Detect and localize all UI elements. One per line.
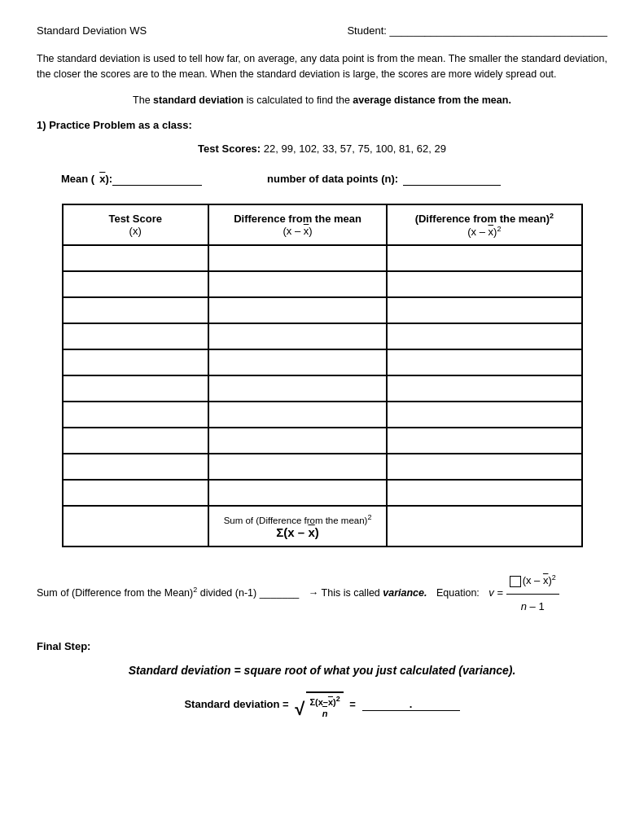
table-row <box>63 349 582 375</box>
student-line: Student: _______________________________… <box>347 24 607 37</box>
problem-heading: 1) Practice Problem as a class: <box>37 119 607 131</box>
x-bar-symbol: x <box>99 173 105 185</box>
col3-header: (Difference from the mean)2 (x – x)2 <box>387 204 581 246</box>
n-value-blank <box>403 173 501 186</box>
mean-value-blank <box>112 173 202 186</box>
std-dev-description: Standard deviation = square root of what… <box>37 664 607 677</box>
variance-equation-label: Equation: <box>436 587 480 599</box>
variance-section: Sum of (Difference from the Mean)2 divid… <box>37 570 607 617</box>
emphasis-line: The standard deviation is calculated to … <box>37 94 607 106</box>
variance-arrow: → This is called variance. <box>309 587 427 599</box>
table-row <box>63 402 582 428</box>
sum-formula: Σ(x – x) <box>214 525 381 539</box>
sqrt-sign: √ <box>295 700 304 718</box>
mean-colon: ): <box>105 173 112 185</box>
table-row <box>63 454 582 480</box>
sqrt-fraction: Σ(x–x)2 n <box>306 691 343 719</box>
sqrt-formula: √ Σ(x–x)2 n <box>295 691 343 719</box>
variance-equation: v = (x – x)2 n – 1 <box>488 570 559 617</box>
mean-label: Mean ( <box>61 173 94 185</box>
table-row <box>63 271 582 297</box>
mean-row: Mean ( x ): number of data points (n): <box>37 173 607 186</box>
sum-label: Sum of (Difference from the mean)2 <box>214 513 381 525</box>
test-scores-line: Test Scores: 22, 99, 102, 33, 57, 75, 10… <box>37 143 607 155</box>
col2-header: Difference from the mean (x – x) <box>208 204 387 246</box>
table-row <box>63 297 582 323</box>
final-step-heading: Final Step: <box>37 640 607 652</box>
data-table: Test Score(x) Difference from the mean (… <box>62 204 583 547</box>
intro-paragraph: The standard deviation is used to tell h… <box>37 51 607 83</box>
table-row <box>63 323 582 349</box>
answer-blank: . <box>362 698 460 711</box>
table-row <box>63 480 582 506</box>
sum-row: Sum of (Difference from the mean)2 Σ(x –… <box>63 506 582 546</box>
table-row <box>63 428 582 454</box>
worksheet-title: Standard Deviation WS <box>37 24 147 37</box>
table-row <box>63 375 582 402</box>
table-row <box>63 245 582 271</box>
std-dev-formula: Standard deviation = √ Σ(x–x)2 n = . <box>37 691 607 719</box>
n-label: number of data points (n): <box>267 173 398 185</box>
variance-text-before: Sum of (Difference from the Mean)2 divid… <box>37 587 299 599</box>
col1-header: Test Score(x) <box>63 204 208 246</box>
